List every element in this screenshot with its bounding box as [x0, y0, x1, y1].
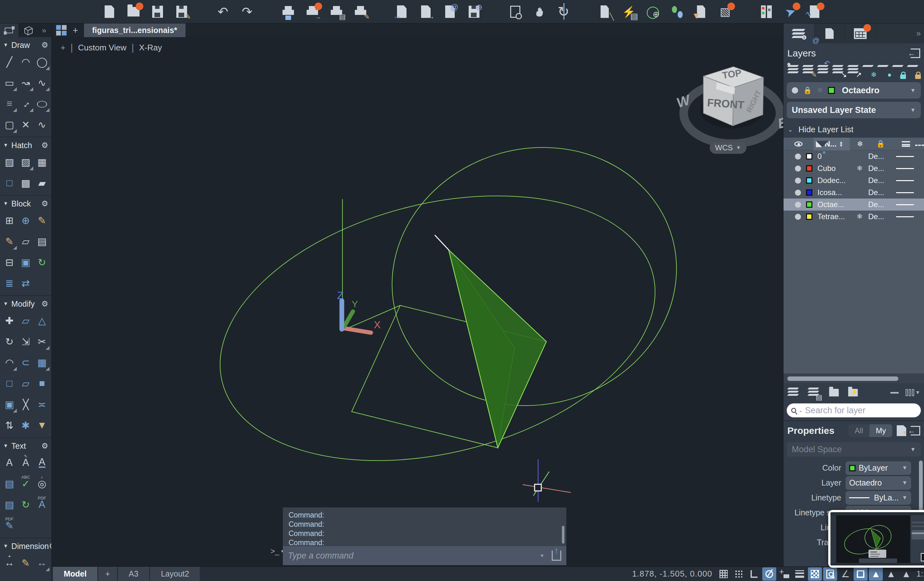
- write-block-icon[interactable]: ⊟: [1, 254, 17, 271]
- collapse-icon[interactable]: ▼: [3, 543, 8, 549]
- gear-icon[interactable]: ⚙: [41, 141, 48, 150]
- command-history[interactable]: Command:Command:Command:Command:: [283, 507, 566, 546]
- drawing-tab-active[interactable]: figuras_tri...ensionais*: [84, 23, 185, 37]
- page-setup-icon[interactable]: ▤: [329, 4, 344, 20]
- annotation-scale[interactable]: 1:1▾: [914, 569, 924, 578]
- multiline-icon[interactable]: ≡: [1, 96, 17, 112]
- current-layer-swatch[interactable]: [828, 87, 835, 94]
- layer-row-0[interactable]: 0De...: [784, 150, 924, 162]
- underline-text-icon[interactable]: A: [34, 454, 50, 471]
- tab-modeling[interactable]: [18, 23, 37, 37]
- layer-row-octae[interactable]: Octae...De...: [784, 198, 924, 211]
- lock-column[interactable]: 🔒: [870, 140, 891, 148]
- pdf-settings-icon[interactable]: ✎PDF: [1, 517, 17, 534]
- layout-tab-model[interactable]: Model: [53, 567, 97, 581]
- name-column-sort[interactable]: N... ▲▼: [813, 138, 850, 150]
- layout-tab-layout2[interactable]: Layout2: [150, 567, 200, 581]
- print-preview-icon[interactable]: →: [305, 4, 320, 20]
- linetype-column[interactable]: [915, 142, 924, 146]
- node-object-icon[interactable]: [670, 4, 684, 20]
- transparency-toggle[interactable]: [808, 567, 822, 581]
- layer-color-swatch[interactable]: [806, 201, 812, 208]
- property-control[interactable]: Octaedro▼: [846, 476, 911, 490]
- layer-freeze-icon[interactable]: ❄: [862, 64, 876, 76]
- collapse-icon[interactable]: ▼: [3, 443, 8, 449]
- attribute-display-icon[interactable]: ▤: [34, 233, 50, 249]
- visibility-column[interactable]: [784, 142, 813, 147]
- octahedron-face-light[interactable]: [449, 250, 546, 448]
- tab-sheets[interactable]: [845, 23, 876, 43]
- polar-tracking-toggle[interactable]: [762, 567, 776, 581]
- freeze-icon[interactable]: ❄: [855, 213, 865, 221]
- dim-linear-icon[interactable]: ↔: [34, 555, 50, 571]
- copy-icon[interactable]: ▱: [17, 312, 34, 329]
- text-update-icon[interactable]: ↻: [17, 496, 34, 513]
- panel-overflow-button[interactable]: »: [876, 23, 924, 43]
- layer-lineweight[interactable]: De...: [868, 212, 896, 221]
- extrude-icon[interactable]: ▱: [17, 375, 34, 392]
- layer-lineweight[interactable]: De...: [868, 152, 896, 161]
- layer-color-swatch[interactable]: [806, 153, 812, 160]
- stretch-icon[interactable]: ⇲: [17, 333, 34, 350]
- layer-color-swatch[interactable]: [806, 189, 812, 196]
- layer-settings-icon[interactable]: ▤: [808, 386, 821, 399]
- tag-icon[interactable]: ▱: [17, 233, 34, 249]
- collapse-icon[interactable]: ▼: [3, 301, 8, 307]
- layer-previous-icon[interactable]: ↶: [817, 64, 830, 76]
- attribute-multiple-icon[interactable]: ≣: [1, 275, 17, 291]
- layer-state-dropdown[interactable]: Unsaved Layer State ▼: [787, 102, 921, 118]
- gear-icon[interactable]: ⚙: [41, 41, 48, 50]
- command-input[interactable]: Type a command: [288, 551, 541, 561]
- scrollbar-thumb[interactable]: [787, 376, 898, 381]
- object-snap-2-toggle[interactable]: ▲: [884, 567, 898, 581]
- create-block-icon[interactable]: ⊕: [17, 212, 34, 229]
- layer-unisolate-icon[interactable]: ↗: [847, 64, 861, 76]
- pdf-import-icon[interactable]: APDF: [34, 496, 50, 513]
- layer-search-field[interactable]: ⌄ Search for layer: [787, 403, 921, 418]
- zoom-window-icon[interactable]: [508, 4, 523, 20]
- performance-icon[interactable]: ∿: [807, 4, 822, 20]
- command-prompt-toggle[interactable]: >_▾: [271, 547, 284, 556]
- layers-popout-icon[interactable]: [911, 48, 920, 58]
- hatch-icon[interactable]: ▧: [718, 4, 733, 20]
- properties-popout-icon[interactable]: [911, 426, 920, 436]
- join-icon[interactable]: ≍: [34, 396, 50, 413]
- layer-on-icon[interactable]: [795, 202, 801, 208]
- polyline-icon[interactable]: ↝: [17, 74, 34, 91]
- trim-icon[interactable]: ✂: [34, 333, 50, 350]
- share-icon[interactable]: ➤: [783, 4, 798, 20]
- layer-isolate-icon[interactable]: ↘: [832, 64, 845, 76]
- layer-color-swatch[interactable]: [806, 165, 812, 172]
- scale-icon[interactable]: ▣: [1, 396, 17, 413]
- find-text-icon[interactable]: ◎⌕: [34, 475, 50, 492]
- quick-select-icon[interactable]: ⚡▤: [622, 4, 636, 20]
- current-layer-selector[interactable]: 🔒 ❄ Octaedro ▼: [787, 82, 921, 99]
- center-object-icon[interactable]: ◯⊕: [645, 4, 660, 20]
- sync-attributes-icon[interactable]: ↻: [34, 254, 50, 271]
- command-share-icon[interactable]: [552, 551, 561, 561]
- property-control[interactable]: ByLa...▼: [846, 491, 911, 505]
- mirror-icon[interactable]: △: [34, 312, 50, 329]
- lineweight-column[interactable]: [896, 141, 915, 147]
- freeze-column[interactable]: ❄: [850, 140, 870, 149]
- layer-on-icon[interactable]: [795, 178, 801, 183]
- screenshot-preview-thumbnail[interactable]: [828, 510, 924, 568]
- redo-icon[interactable]: ↷: [240, 4, 254, 20]
- grid-display-toggle[interactable]: [717, 567, 731, 581]
- region-icon[interactable]: ▩: [17, 175, 34, 191]
- circle-icon[interactable]: ◯: [34, 54, 50, 70]
- filter-all-button[interactable]: All: [848, 424, 870, 437]
- gear-icon[interactable]: ⚙: [41, 299, 48, 308]
- layer-on-icon[interactable]: [795, 154, 801, 160]
- layer-on-icon[interactable]: [795, 190, 801, 196]
- new-block-icon[interactable]: ▣: [17, 254, 34, 271]
- section-header[interactable]: ▼Text⚙: [0, 439, 51, 452]
- content-palette-icon[interactable]: [759, 4, 774, 20]
- explode-icon[interactable]: ✱: [17, 417, 34, 434]
- layer-row-dodec[interactable]: Dodec...De...: [784, 175, 924, 187]
- new-drawing-tab-button[interactable]: +: [73, 25, 78, 36]
- array-icon[interactable]: ▦: [34, 354, 50, 371]
- attach-icon[interactable]: @: [443, 4, 457, 20]
- layer-linetype[interactable]: [896, 180, 924, 181]
- properties-scrollbar[interactable]: [919, 461, 923, 514]
